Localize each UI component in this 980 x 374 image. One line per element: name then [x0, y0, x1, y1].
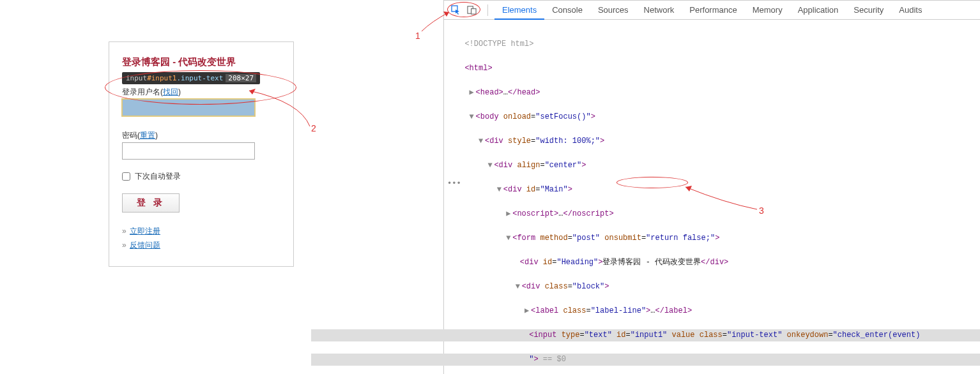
dom-line[interactable]: ▶<label class="label-line">…</label> — [456, 305, 980, 317]
tooltip-id: #input1 — [147, 74, 176, 82]
toolbar-divider — [487, 4, 488, 16]
reset-password-link[interactable]: 重置 — [140, 131, 155, 140]
close-paren: ) — [178, 87, 181, 96]
password-label-line: 密码(重置) — [122, 130, 280, 141]
remember-row: 下次自动登录 — [122, 171, 280, 182]
dom-line[interactable]: ▶<noscript>…</noscript> — [456, 208, 980, 220]
tab-sources[interactable]: Sources — [590, 1, 636, 20]
feedback-link[interactable]: 反馈问题 — [130, 241, 160, 250]
username-label: 登录用户名( — [122, 87, 163, 96]
remember-label: 下次自动登录 — [135, 172, 181, 181]
dom-line[interactable]: ▼<div align="center"> — [456, 160, 980, 172]
register-link[interactable]: 立即注册 — [130, 227, 160, 236]
tab-network[interactable]: Network — [636, 1, 682, 20]
annotation-label-1: 1 — [415, 31, 420, 41]
tab-memory[interactable]: Memory — [745, 1, 790, 20]
login-button[interactable]: 登 录 — [122, 193, 180, 213]
find-username-link[interactable]: 找回 — [163, 87, 178, 96]
tab-security[interactable]: Security — [846, 1, 891, 20]
selected-line-marker: ••• — [447, 179, 461, 188]
tab-application[interactable]: Application — [790, 1, 846, 20]
username-input[interactable] — [122, 99, 255, 116]
annotation-label-2: 2 — [311, 123, 316, 133]
dom-line-selected-cont[interactable]: "> == $0 — [311, 354, 980, 366]
dom-line[interactable]: ▼<div style="width: 100%;"> — [456, 135, 980, 147]
dom-line[interactable]: ▼<body onload="setFocus()"> — [456, 111, 980, 123]
svg-rect-2 — [471, 9, 476, 14]
dom-line[interactable]: <!DOCTYPE html> — [456, 38, 980, 50]
dom-line[interactable]: ▼<div class="block"> — [456, 281, 980, 293]
dom-line-selected[interactable]: <input type="text" id="input1" value cla… — [311, 329, 980, 341]
devtools-toolbar: Elements Console Sources Network Perform… — [444, 1, 980, 20]
tooltip-class: .input-text — [176, 74, 223, 82]
dom-tree[interactable]: <!DOCTYPE html> <html> ▶<head>…</head> ▼… — [444, 20, 980, 374]
tooltip-tag: input — [126, 74, 147, 82]
remember-checkbox[interactable] — [122, 172, 130, 181]
username-label-line: 登录用户名(找回) — [122, 87, 280, 98]
devtools-panel: Elements Console Sources Network Perform… — [443, 0, 980, 374]
dom-line[interactable]: <div id="Heading">登录博客园 - 代码改变世界</div> — [456, 257, 980, 269]
tab-audits[interactable]: Audits — [891, 1, 930, 20]
tooltip-size: 208×27 — [226, 74, 256, 82]
device-toolbar-icon[interactable] — [466, 4, 477, 16]
inspector-tooltip: input#input1.input-text208×27 — [122, 72, 260, 84]
devtools-tabs: Elements Console Sources Network Perform… — [494, 1, 930, 20]
password-label: 密码( — [122, 131, 140, 140]
tab-console[interactable]: Console — [544, 1, 590, 20]
dom-line[interactable]: ▼<form method="post" onsubmit="return fa… — [456, 232, 980, 244]
login-links: » 立即注册 » 反馈问题 — [122, 224, 280, 252]
caret-icon2: » — [122, 241, 128, 250]
caret-icon: » — [122, 227, 128, 236]
password-input[interactable] — [122, 142, 255, 160]
tab-elements[interactable]: Elements — [494, 1, 544, 20]
tab-performance[interactable]: Performance — [682, 1, 744, 20]
dom-line[interactable]: ▶<head>…</head> — [456, 87, 980, 99]
close-paren2: ) — [155, 131, 158, 140]
dom-line[interactable]: <html> — [456, 63, 980, 75]
login-panel: 登录博客园 - 代码改变世界 input#input1.input-text20… — [109, 41, 294, 267]
login-heading: 登录博客园 - 代码改变世界 — [122, 56, 280, 68]
inspect-element-icon[interactable] — [450, 4, 462, 16]
dom-line[interactable]: ▼<div id="Main"> — [456, 184, 980, 196]
